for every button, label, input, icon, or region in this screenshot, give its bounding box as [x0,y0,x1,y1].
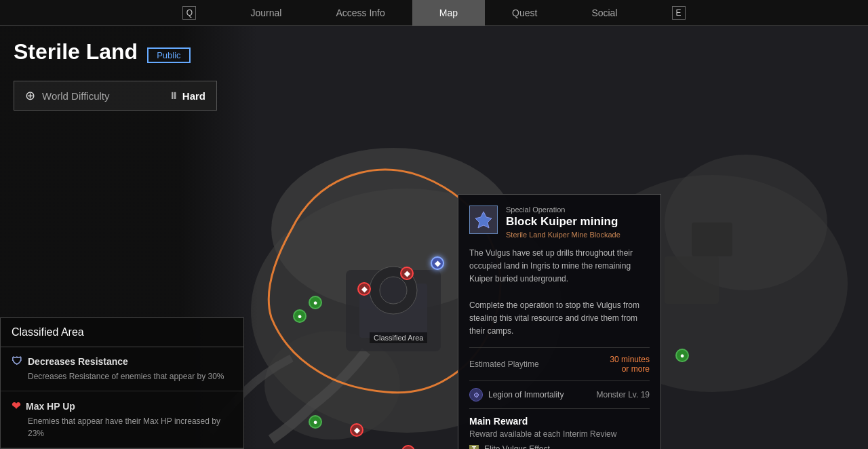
svg-rect-11 [692,222,732,256]
marker-active[interactable]: ◆ [431,256,444,270]
main-content: ● ◆ ● ◆ ◆ ● ● ◆ ◆ Classified Area Steril… [0,26,868,449]
svg-marker-12 [475,212,492,228]
heart-icon: ❤ [12,399,20,412]
effect-desc-2: Enemies that appear have their Max HP in… [12,415,233,440]
elite-row: T Elite Vulgus Effect [469,444,650,449]
nav-journal[interactable]: Journal [223,0,309,26]
operation-panel: Special Operation Block Kuiper mining St… [458,194,661,449]
faction-row: ⚙ Legion of Immortality Monster Lv. 19 [469,388,650,402]
marker-red-3[interactable]: ◆ [350,423,363,437]
classified-area-panel: Classified Area 🛡 Decreases Resistance D… [0,317,244,449]
shield-icon: 🛡 [12,355,22,368]
classified-area-title: Classified Area [1,318,243,347]
marker-red-1[interactable]: ◆ [357,282,371,296]
q-icon: Q [182,6,196,20]
e-icon: E [672,6,686,20]
operation-icon [469,206,498,234]
visibility-badge: Public [147,47,190,63]
pause-icon: ⏸ [169,90,178,101]
playtime-value: 30 minutesor more [610,355,650,374]
marker-green-4[interactable]: ● [675,349,689,362]
operation-type: Special Operation [506,206,620,214]
top-navigation: Q Journal Access Info Map Quest Social E [0,0,868,26]
faction-level: Monster Lv. 19 [597,390,650,399]
elite-name: Elite Vulgus Effect [484,444,550,449]
reward-title: Main Reward [469,416,650,427]
faction-name: Legion of Immortality [488,390,591,399]
elite-badge: T [469,445,479,449]
effect-desc-1: Decreases Resistance of enemies that app… [12,370,233,383]
location-title: Sterile Land [14,39,138,64]
operation-subtitle: Sterile Land Kuiper Mine Blockade [506,231,620,239]
nav-map[interactable]: Map [412,0,485,26]
playtime-label: Estimated Playtime [469,359,539,369]
nav-social[interactable]: Social [564,0,644,26]
divider-2 [469,380,650,381]
operation-title: Block Kuiper mining [506,215,620,229]
reward-desc: Reward available at each Interim Review [469,429,650,439]
marker-green-1[interactable]: ● [309,296,322,309]
effect-item-1: 🛡 Decreases Resistance Decreases Resista… [1,347,243,391]
difficulty-value: ⏸ Hard [169,90,205,102]
nav-access-info[interactable]: Access Info [309,0,412,26]
marker-green-2[interactable]: ● [293,309,307,323]
nav-quest[interactable]: Quest [485,0,564,26]
left-panel: Sterile Land Public ⊕ World Difficulty ⏸… [0,26,258,449]
effect-item-2: ❤ Max HP Up Enemies that appear have the… [1,391,243,448]
playtime-row: Estimated Playtime 30 minutesor more [469,355,650,374]
faction-icon: ⚙ [469,388,483,402]
svg-point-9 [380,277,407,304]
operation-header: Special Operation Block Kuiper mining St… [469,206,650,239]
divider-1 [469,347,650,348]
marker-green-3[interactable]: ● [309,415,322,429]
divider-3 [469,408,650,409]
title-row: Sterile Land Public [14,39,244,71]
effect-name-1: 🛡 Decreases Resistance [12,355,233,368]
map-classified-label: Classified Area [370,332,427,343]
difficulty-label: World Difficulty [42,90,162,102]
nav-e[interactable]: E [645,0,713,26]
difficulty-box: ⊕ World Difficulty ⏸ Hard [14,81,217,111]
operation-description: The Vulgus have set up drills throughout… [469,247,650,338]
nav-q[interactable]: Q [155,0,223,26]
operation-info: Special Operation Block Kuiper mining St… [506,206,620,239]
effect-name-2: ❤ Max HP Up [12,399,233,412]
difficulty-world-icon: ⊕ [25,88,35,103]
svg-rect-10 [665,256,719,304]
marker-red-2[interactable]: ◆ [400,267,414,280]
